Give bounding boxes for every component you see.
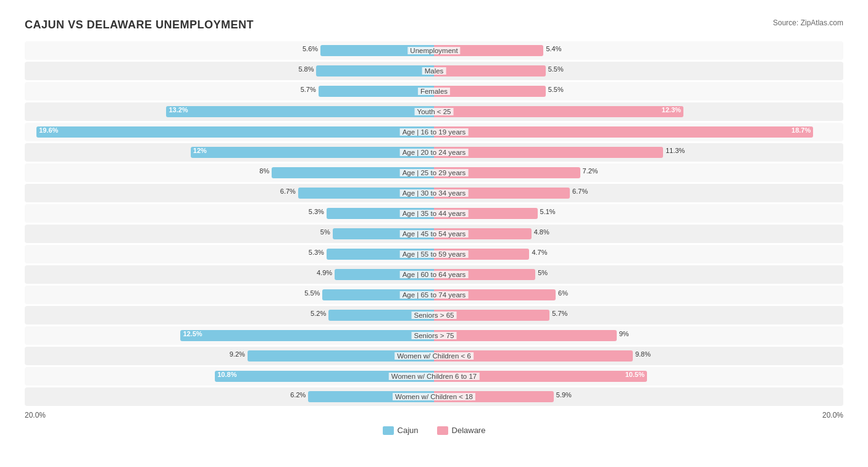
dual-bar: 5.3%4.7%Age | 55 to 59 years xyxy=(28,247,840,261)
dual-bar: 19.6%18.7%Age | 16 to 19 years xyxy=(28,125,840,139)
axis-right: 20.0% xyxy=(822,411,843,419)
bar-row: 6.7%6.7%Age | 30 to 34 years xyxy=(25,184,843,202)
left-section: 12.5% xyxy=(28,329,434,342)
cajun-value-outside: 4.9% xyxy=(317,269,335,276)
row-label: Age | 20 to 24 years xyxy=(400,149,469,156)
bar-row: 12%11.3%Age | 20 to 24 years xyxy=(25,143,843,162)
cajun-value-outside: 5.5% xyxy=(304,289,322,297)
cajun-bar: 5.7% xyxy=(319,86,434,97)
cajun-value-outside: 5.3% xyxy=(309,208,327,215)
chart-header: CAJUN VS DELAWARE UNEMPLOYMENT Source: Z… xyxy=(25,19,843,31)
chart-container: CAJUN VS DELAWARE UNEMPLOYMENT Source: Z… xyxy=(12,12,856,447)
axis-left: 20.0% xyxy=(25,411,46,419)
axis-row: 20.0% 20.0% xyxy=(25,411,843,419)
row-label: Age | 45 to 54 years xyxy=(400,230,469,238)
delaware-value-outside: 5.7% xyxy=(549,310,567,317)
row-label: Women w/ Children < 6 xyxy=(394,352,474,360)
legend-delaware-label: Delaware xyxy=(452,426,486,435)
delaware-value-inside: 12.3% xyxy=(662,106,681,114)
chart-source: Source: ZipAtlas.com xyxy=(773,19,843,27)
row-label: Age | 30 to 34 years xyxy=(400,189,469,197)
delaware-value-outside: 5.5% xyxy=(546,86,564,93)
dual-bar: 5.3%5.1%Age | 35 to 44 years xyxy=(28,207,840,220)
delaware-bar: 18.7% xyxy=(434,126,813,138)
cajun-bar: 19.6% xyxy=(36,126,434,138)
delaware-value-outside: 5.9% xyxy=(554,391,572,399)
delaware-value-inside: 18.7% xyxy=(791,126,811,134)
bar-row: 5%4.8%Age | 45 to 54 years xyxy=(25,225,843,243)
cajun-value-outside: 5% xyxy=(320,228,333,236)
cajun-value-outside: 5.6% xyxy=(303,45,320,52)
cajun-bar: 12.5% xyxy=(180,330,434,341)
cajun-value-inside: 12% xyxy=(193,147,207,154)
delaware-value-outside: 5% xyxy=(535,269,548,276)
bar-row: 8%7.2%Age | 25 to 29 years xyxy=(25,163,843,182)
left-section: 5% xyxy=(28,227,434,241)
left-section: 4.9% xyxy=(28,268,434,281)
right-section: 5.9% xyxy=(434,390,840,403)
delaware-value-outside: 9% xyxy=(617,330,629,337)
right-section: 5.5% xyxy=(434,85,840,98)
right-section: 5.5% xyxy=(434,64,840,78)
legend-delaware: Delaware xyxy=(437,426,486,435)
row-label: Women w/ Children < 18 xyxy=(393,393,475,400)
cajun-value-inside: 10.8% xyxy=(217,371,236,378)
legend: Cajun Delaware xyxy=(25,426,843,435)
left-section: 8% xyxy=(28,166,434,180)
delaware-bar: 5.5% xyxy=(434,65,546,76)
legend-cajun-box xyxy=(383,426,394,435)
row-label: Age | 16 to 19 years xyxy=(400,128,469,136)
delaware-value-inside: 10.5% xyxy=(625,371,645,378)
bar-row: 5.3%4.7%Age | 55 to 59 years xyxy=(25,245,843,263)
left-section: 5.5% xyxy=(28,288,434,302)
cajun-value-outside: 5.3% xyxy=(309,249,327,256)
left-section: 9.2% xyxy=(28,349,434,363)
right-section: 5.1% xyxy=(434,207,840,220)
left-section: 12% xyxy=(28,146,434,159)
dual-bar: 5.6%5.4%Unemployment xyxy=(28,44,840,57)
cajun-value-outside: 6.7% xyxy=(280,188,298,195)
delaware-value-outside: 11.3% xyxy=(663,147,685,154)
bar-row: 6.2%5.9%Women w/ Children < 18 xyxy=(25,387,843,406)
delaware-bar: 12.3% xyxy=(434,106,683,117)
right-section: 7.2% xyxy=(434,166,840,180)
right-section: 12.3% xyxy=(434,105,840,118)
dual-bar: 13.2%12.3%Youth < 25 xyxy=(28,105,840,118)
legend-delaware-box xyxy=(437,426,448,435)
bar-row: 5.6%5.4%Unemployment xyxy=(25,41,843,60)
row-label: Seniors > 75 xyxy=(412,332,457,339)
bar-row: 10.8%10.5%Women w/ Children 6 to 17 xyxy=(25,367,843,386)
cajun-value-outside: 5.8% xyxy=(298,65,316,73)
left-section: 5.6% xyxy=(28,44,434,57)
dual-bar: 5.5%6%Age | 65 to 74 years xyxy=(28,288,840,302)
bar-row: 9.2%9.8%Women w/ Children < 6 xyxy=(25,347,843,365)
row-label: Age | 60 to 64 years xyxy=(400,271,469,278)
row-label: Age | 35 to 44 years xyxy=(400,210,469,217)
delaware-value-outside: 7.2% xyxy=(580,167,598,175)
dual-bar: 5.2%5.7%Seniors > 65 xyxy=(28,308,840,322)
bar-row: 5.2%5.7%Seniors > 65 xyxy=(25,306,843,324)
cajun-value-outside: 8% xyxy=(259,167,272,175)
dual-bar: 5.8%5.5%Males xyxy=(28,64,840,78)
row-label: Women w/ Children 6 to 17 xyxy=(389,373,480,380)
delaware-value-outside: 6.7% xyxy=(570,188,588,195)
right-section: 9% xyxy=(434,329,840,342)
cajun-bar: 13.2% xyxy=(166,106,434,117)
right-section: 6.7% xyxy=(434,186,840,200)
cajun-value-inside: 13.2% xyxy=(169,106,188,114)
left-section: 13.2% xyxy=(28,105,434,118)
row-label: Age | 55 to 59 years xyxy=(400,250,469,258)
cajun-value-outside: 9.2% xyxy=(230,350,248,358)
bar-row: 19.6%18.7%Age | 16 to 19 years xyxy=(25,123,843,141)
bar-row: 12.5%9%Seniors > 75 xyxy=(25,326,843,345)
left-section: 5.3% xyxy=(28,247,434,261)
right-section: 18.7% xyxy=(434,125,840,139)
right-section: 5% xyxy=(434,268,840,281)
legend-cajun-label: Cajun xyxy=(398,426,419,435)
left-section: 5.3% xyxy=(28,207,434,220)
bar-row: 13.2%12.3%Youth < 25 xyxy=(25,102,843,121)
left-section: 19.6% xyxy=(28,125,434,139)
left-section: 10.8% xyxy=(28,370,434,383)
row-label: Males xyxy=(422,67,446,75)
delaware-bar: 9% xyxy=(434,330,617,341)
